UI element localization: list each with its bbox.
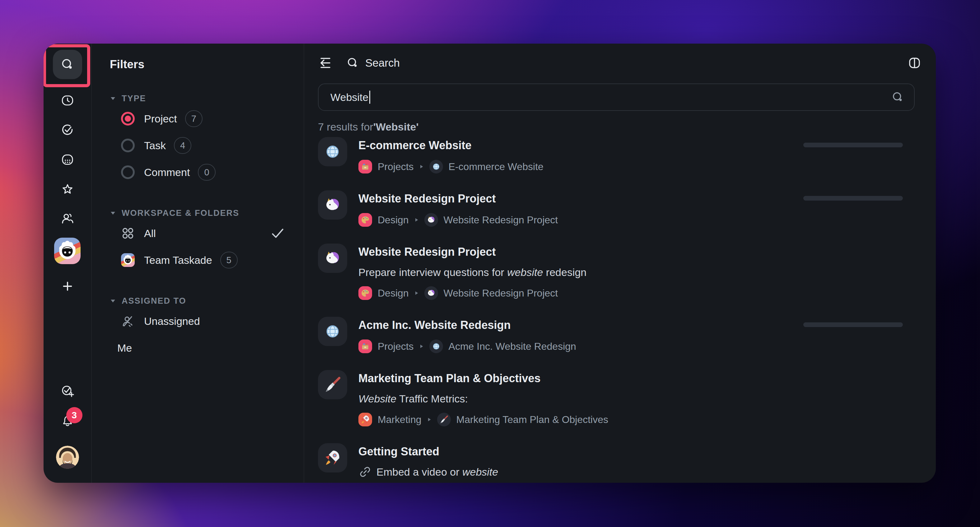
new-task-icon[interactable]: [60, 384, 75, 399]
breadcrumb: Marketing Marketing Team Plan & Objectiv…: [358, 412, 922, 427]
filter-label: Project: [144, 113, 177, 125]
project-chip[interactable]: [430, 160, 443, 174]
breadcrumb-project[interactable]: Website Redesign Project: [444, 214, 558, 226]
chevron-right-icon: [414, 291, 419, 295]
sidebar-search-button[interactable]: [53, 50, 82, 79]
search-result-row[interactable]: Website Redesign Project Prepare intervi…: [318, 245, 922, 300]
search-result-row[interactable]: Getting Started Embed a video or website: [318, 444, 922, 480]
chevron-right-icon: [419, 164, 424, 169]
results-query-text: 'Website': [373, 121, 419, 133]
result-snippet: Embed a video or website: [358, 465, 922, 479]
user-avatar[interactable]: [56, 446, 79, 469]
result-title[interactable]: Website Redesign Project: [358, 245, 922, 259]
result-snippet: Prepare interview questions for website …: [358, 265, 922, 279]
breadcrumb-project[interactable]: E-commerce Website: [449, 161, 544, 172]
chevron-down-icon: [110, 211, 116, 216]
progress-bar: [803, 196, 903, 201]
breadcrumb-project[interactable]: Acme Inc. Website Redesign: [449, 341, 576, 352]
clock-icon[interactable]: [60, 93, 75, 108]
sheep-logo-icon: [121, 253, 135, 267]
filter-label: Comment: [144, 166, 190, 179]
project-tile: [318, 190, 347, 220]
search-result-row[interactable]: Marketing Team Plan & Objectives Website…: [318, 371, 922, 427]
breadcrumb-folder[interactable]: Projects: [378, 161, 414, 172]
contacts-icon[interactable]: [60, 211, 75, 226]
search-icon[interactable]: [891, 90, 905, 104]
globe-icon: [324, 323, 341, 340]
project-chip[interactable]: [437, 413, 451, 426]
project-chip[interactable]: [424, 213, 438, 227]
my-tasks-check-icon[interactable]: [60, 122, 75, 137]
folder-chip[interactable]: [358, 340, 372, 353]
breadcrumb-folder[interactable]: Projects: [378, 341, 414, 352]
count-badge: 7: [185, 110, 202, 127]
calendar-icon[interactable]: [60, 152, 75, 167]
chevron-down-icon: [110, 299, 116, 303]
globe-icon: [432, 342, 441, 351]
palette-icon: [361, 215, 370, 225]
filter-option-team-taskade[interactable]: Team Taskade 5: [110, 247, 304, 273]
radio-selected-icon[interactable]: [121, 112, 135, 126]
section-label: TYPE: [122, 94, 146, 104]
filter-label: Me: [117, 342, 132, 354]
unicorn-icon: [427, 289, 436, 297]
search-result-row[interactable]: Acme Inc. Website Redesign Projects Acme…: [318, 318, 922, 353]
project-tile: [318, 244, 347, 273]
star-icon[interactable]: [60, 182, 75, 196]
radio-icon[interactable]: [121, 139, 135, 152]
folder-chip[interactable]: [358, 413, 372, 426]
filter-option-me[interactable]: Me: [110, 334, 304, 361]
project-chip[interactable]: [430, 340, 443, 353]
filters-panel: Filters TYPE Project 7 Task 4 Comment 0 …: [92, 44, 304, 483]
filter-option-comment[interactable]: Comment 0: [110, 159, 304, 186]
card-box-icon: [361, 342, 370, 351]
chevron-right-icon: [414, 217, 419, 222]
search-input[interactable]: Website: [318, 83, 915, 111]
check-icon: [271, 228, 284, 239]
search-result-row[interactable]: E-commerce Website Projects E-commerce W…: [318, 138, 922, 174]
add-workspace-icon[interactable]: [60, 279, 75, 294]
unicorn-icon: [324, 196, 341, 213]
result-snippet: Website Traffic Metrics:: [358, 392, 922, 406]
globe-icon: [324, 143, 341, 160]
count-badge: 0: [198, 164, 215, 180]
chevron-right-icon: [419, 344, 424, 349]
breadcrumb-folder[interactable]: Design: [378, 214, 409, 226]
unassigned-person-icon: [121, 314, 135, 328]
collapse-sidebar-icon[interactable]: [318, 56, 333, 70]
breadcrumb-project[interactable]: Website Redesign Project: [444, 287, 558, 299]
filter-option-project[interactable]: Project 7: [110, 105, 304, 132]
progress-bar: [803, 323, 903, 327]
breadcrumb-project[interactable]: Marketing Team Plan & Objectives: [457, 414, 609, 425]
breadcrumb: Projects E-commerce Website: [358, 160, 922, 174]
folder-chip[interactable]: [358, 213, 372, 227]
section-header-assigned[interactable]: ASSIGNED TO: [110, 294, 304, 308]
search-result-row[interactable]: Website Redesign Project Design Website …: [318, 192, 922, 227]
count-badge: 5: [220, 252, 238, 268]
result-title[interactable]: Getting Started: [358, 444, 922, 459]
section-header-workspace[interactable]: WORKSPACE & FOLDERS: [110, 206, 304, 220]
search-icon: [346, 56, 360, 70]
sheep-logo-icon: [54, 238, 81, 264]
panel-toggle-icon[interactable]: [907, 56, 922, 70]
project-chip[interactable]: [424, 286, 438, 300]
notifications-button[interactable]: 3: [60, 413, 75, 428]
folder-chip[interactable]: [358, 160, 372, 174]
app-window: 3 Filters TYPE Project 7 Task 4 Comment …: [43, 44, 936, 483]
folder-chip[interactable]: [358, 286, 372, 300]
breadcrumb-folder[interactable]: Design: [378, 287, 409, 299]
project-tile: [318, 317, 347, 346]
breadcrumb: Design Website Redesign Project: [358, 286, 922, 300]
filter-label: Team Taskade: [144, 254, 212, 266]
filter-option-all[interactable]: All: [110, 220, 304, 247]
filter-option-unassigned[interactable]: Unassigned: [110, 308, 304, 334]
breadcrumb-folder[interactable]: Marketing: [378, 414, 422, 425]
search-icon: [60, 57, 75, 72]
radio-icon[interactable]: [121, 165, 135, 179]
filters-title: Filters: [110, 58, 304, 71]
section-header-type[interactable]: TYPE: [110, 91, 304, 105]
team-avatar[interactable]: [54, 238, 81, 264]
result-title[interactable]: Marketing Team Plan & Objectives: [358, 371, 922, 386]
filter-label: All: [144, 227, 156, 240]
filter-option-task[interactable]: Task 4: [110, 132, 304, 159]
